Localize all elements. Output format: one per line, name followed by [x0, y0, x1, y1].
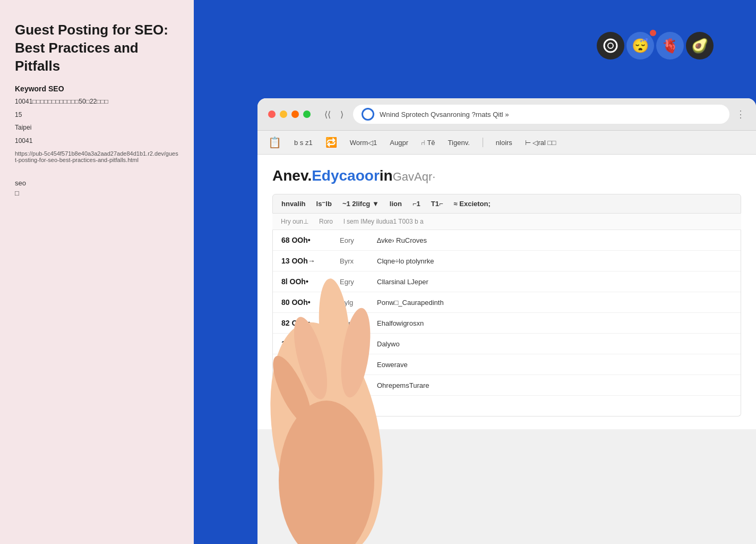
main-area: 😴 🫀 🥑 ⟨⟨ ⟩ Wnind Sprotech — [194, 0, 756, 544]
circle-icon[interactable] — [597, 32, 624, 60]
cell-name: Ehalfowigrosxn — [377, 319, 732, 327]
cell-type: Egry — [340, 278, 366, 286]
cell-name: Cllarsinal LJeper — [377, 278, 732, 286]
th-exc[interactable]: ≈ Excieton; — [454, 200, 491, 208]
table-row[interactable]: 13 OOh→ Byrx Clqne÷lo ptolynrke — [273, 251, 741, 271]
sec-nav-augpr[interactable]: Augpr — [390, 139, 408, 147]
th-t1[interactable]: T1⌐ — [431, 200, 443, 208]
notification-dot — [650, 30, 656, 36]
zoom-button[interactable] — [291, 110, 299, 118]
browser-window: ⟨⟨ ⟩ Wnind Sprotech Qvsanroning ?rnats Q… — [257, 98, 756, 544]
cell-volume: 80 OOh• — [281, 298, 329, 307]
tags-container: seo □ — [15, 179, 179, 197]
th-hnvalih[interactable]: hnvalih — [281, 200, 306, 208]
cell-volume: 32 OOh• — [281, 360, 329, 369]
sec-nav-nloirs[interactable]: nloirs — [496, 139, 512, 147]
table-header-row: hnvalih ls⁻lb ~1 2lifcg ▼ lion ⌐1 T1⌐ ≈ … — [272, 194, 741, 214]
cell-type: Bylg — [340, 299, 366, 307]
sec-nav-icon2[interactable]: 🔁 — [325, 137, 337, 148]
svg-point-1 — [608, 43, 613, 48]
table-row[interactable]: 8l OOh• Egry Cllarsinal LJeper — [273, 271, 741, 292]
cell-type: Nilly — [340, 381, 366, 389]
cell-name: Ponw□_Caurapedinth — [377, 299, 732, 307]
face-icon-2[interactable]: 🫀 — [656, 32, 684, 60]
cell-name: Dalywo — [377, 340, 732, 348]
meta-city: Taipei — [15, 122, 179, 133]
content-title-3: in — [380, 167, 393, 184]
sec-nav-worm[interactable]: Worm◁1 — [350, 139, 377, 147]
cell-volume: 68 OOh• — [281, 236, 329, 244]
cell-type: Rylg — [340, 340, 366, 348]
sec-nav-icon[interactable]: 📋 — [268, 136, 281, 149]
table-row[interactable]: 17 OO4• Rylg Dalywo — [273, 334, 741, 354]
content-area: Anev. Edycaoor in GavAqr· hnvalih ls⁻lb … — [257, 155, 756, 429]
nav-separator — [483, 138, 483, 147]
traffic-lights — [268, 110, 311, 118]
toolbar-extra-1[interactable]: ⋮ — [736, 108, 745, 120]
th-cursor[interactable]: ⌐1 — [413, 200, 420, 208]
table-row[interactable]: 82 OOh• Bury Ehalfowigrosxn — [273, 313, 741, 334]
cell-name: OhrepemsTurare — [377, 381, 732, 389]
nav-buttons: ⟨⟨ ⟩ — [321, 108, 347, 121]
cell-name: Eowerave — [377, 361, 732, 369]
address-bar[interactable]: Wnind Sprotech Qvsanroning ?rnats Qitl » — [353, 105, 729, 124]
cell-name: ∆vke› RuCroves — [377, 236, 732, 244]
top-icons-row: 😴 🫀 🥑 — [597, 32, 714, 60]
fullscreen-button[interactable] — [303, 110, 311, 118]
table-row[interactable]: 8F OOh• — [273, 396, 741, 416]
address-text: Wnind Sprotech Qvsanroning ?rnats Qitl » — [380, 110, 721, 118]
content-title-1: Anev. — [272, 167, 312, 184]
cell-type: Byrx — [340, 257, 366, 265]
close-button[interactable] — [268, 110, 276, 118]
minimize-button[interactable] — [280, 110, 287, 118]
th-dropdown[interactable]: ~1 2lifcg ▼ — [342, 200, 379, 208]
cell-volume: 17 OO4• — [281, 339, 329, 348]
sec-nav-fork[interactable]: ⑁ Tē — [421, 139, 435, 147]
face-icon-1[interactable]: 😴 — [626, 32, 654, 60]
browser-toolbar: ⟨⟨ ⟩ Wnind Sprotech Qvsanroning ?rnats Q… — [257, 98, 756, 131]
cell-volume: 8F OOh• — [281, 402, 329, 410]
page-icon — [362, 108, 374, 121]
table-row[interactable]: 80 OOh• Bylg Ponw□_Caurapedinth — [273, 292, 741, 313]
cell-type: Eory — [340, 236, 366, 244]
meta-zip: 10041 — [15, 135, 179, 146]
secondary-nav: 📋 b s z1 🔁 Worm◁1 Augpr ⑁ Tē Tigenv. nlo… — [257, 131, 756, 155]
cell-type: Bory — [340, 361, 366, 369]
data-table: hnvalih ls⁻lb ~1 2lifcg ▼ lion ⌐1 T1⌐ ≈ … — [272, 194, 741, 416]
article-title: Guest Posting for SEO: Best Practices an… — [15, 21, 179, 75]
sidebar: Guest Posting for SEO: Best Practices an… — [0, 0, 194, 544]
keyword-label: Keyword SEO — [15, 84, 179, 93]
th-lion[interactable]: lion — [390, 200, 402, 208]
cell-volume: 13 OOh→ — [281, 257, 329, 265]
content-title-2: Edycaoor — [312, 167, 380, 184]
table-body: 68 OOh• Eory ∆vke› RuCroves 13 OOh→ Byrx… — [272, 230, 741, 416]
back-button[interactable]: ⟨⟨ — [321, 108, 334, 121]
meta-line-2: 15 — [15, 109, 179, 120]
svg-point-0 — [604, 39, 617, 52]
content-title-4: GavAqr· — [393, 170, 436, 184]
th-lstb[interactable]: ls⁻lb — [316, 200, 332, 208]
tag-seo[interactable]: seo — [15, 179, 179, 187]
forward-button[interactable]: ⟩ — [337, 108, 347, 121]
cell-name: Clqne÷lo ptolynrke — [377, 257, 732, 265]
meta-line-1: 10041□□□□□□□□□□□□50□22□□□ — [15, 96, 179, 107]
sub-col-2: Roro — [319, 218, 333, 225]
avocado-icon[interactable]: 🥑 — [686, 32, 714, 60]
toolbar-extras: ⋮ — [736, 108, 745, 120]
sec-nav-aral[interactable]: ⊢ ◁ral □□ — [525, 139, 556, 147]
sub-col-1: Hry oun⊥ — [281, 218, 308, 225]
cell-type: Bury — [340, 319, 366, 327]
sub-header-row: Hry oun⊥ Roro l sem IMey iludua1 T003 b … — [272, 214, 741, 230]
cell-volume: S0 OOh• — [281, 381, 329, 389]
cell-volume: 8l OOh• — [281, 277, 329, 286]
sec-nav-tigenv[interactable]: Tigenv. — [448, 139, 470, 147]
sec-nav-b[interactable]: b s z1 — [294, 139, 313, 147]
sub-col-3: l sem IMey iludua1 T003 b a — [343, 218, 424, 225]
cell-volume: 82 OOh• — [281, 319, 329, 327]
table-row[interactable]: S0 OOh• Nilly OhrepemsTurare — [273, 375, 741, 396]
table-row[interactable]: 32 OOh• Bory Eowerave — [273, 354, 741, 375]
tag-2[interactable]: □ — [15, 189, 179, 197]
article-url: https://pub-5c454f571b8e40a3a2aad27ade84… — [15, 150, 179, 163]
table-row[interactable]: 68 OOh• Eory ∆vke› RuCroves — [273, 230, 741, 251]
